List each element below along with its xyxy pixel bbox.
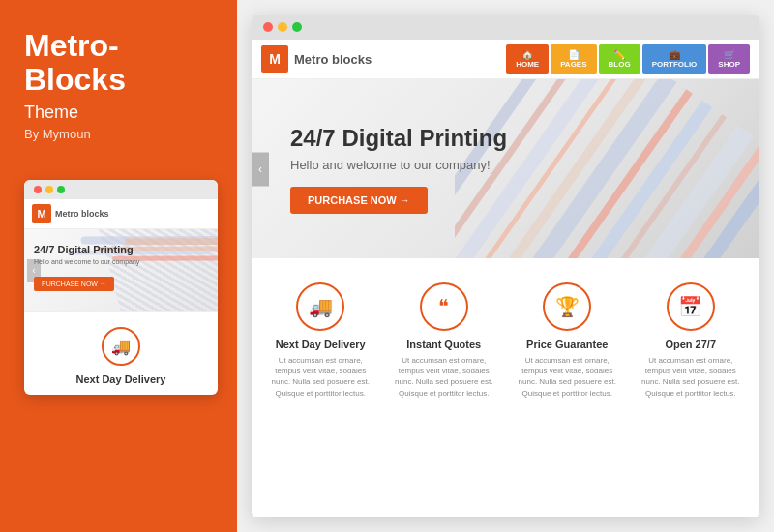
hero-prev-arrow[interactable]: ‹ (252, 152, 269, 186)
home-icon: 🏠 (516, 49, 539, 60)
nav-blog-label: BLOG (609, 60, 631, 69)
left-panel: Metro-Blocks Theme By Mymoun M Metro blo… (0, 0, 237, 532)
feature-instant-quotes: ❝ Instant Quotes Ut accumsan est ornare,… (385, 278, 504, 403)
hero-title: 24/7 Digital Printing (290, 125, 507, 152)
browser-nav-bar: M Metro blocks 🏠 HOME 📄 PAGES ✏️ BLOG 💼 (252, 40, 759, 79)
browser-hero: ‹ 24/7 Digital Printing Hello and welcom… (252, 79, 759, 258)
browser-dot-green (292, 22, 302, 32)
nav-shop[interactable]: 🛒 SHOP (708, 44, 750, 74)
blog-icon: ✏️ (609, 49, 631, 60)
feature-title-3: Open 27/7 (665, 339, 716, 350)
truck-icon: 🚚 (296, 282, 344, 331)
theme-title: Metro-Blocks (24, 29, 126, 97)
feature-title-0: Next Day Delivery (276, 339, 366, 350)
theme-subtitle: Theme (24, 103, 78, 123)
hero-cta-button[interactable]: PURCHASE NOW → (290, 187, 428, 214)
calendar-icon: 📅 (667, 282, 715, 331)
nav-pages-label: PAGES (560, 60, 586, 69)
browser-logo: M Metro blocks (261, 45, 372, 73)
mobile-logo: M Metro blocks (32, 204, 109, 223)
feature-price-guarantee: 🏆 Price Guarantee Ut accumsan est ornare… (508, 278, 627, 403)
feature-desc-2: Ut accumsan est ornare, tempus velit vit… (513, 355, 622, 399)
mobile-preview: M Metro blocks ‹ 24/7 Digital Printing H… (24, 180, 218, 395)
browser-chrome-header (252, 15, 759, 40)
feature-open: 📅 Open 27/7 Ut accumsan est ornare, temp… (632, 278, 751, 403)
mobile-feature-title: Next Day Delivery (76, 373, 166, 385)
feature-desc-0: Ut accumsan est ornare, tempus velit vit… (266, 355, 375, 399)
browser-dot-yellow (278, 22, 287, 32)
feature-desc-3: Ut accumsan est ornare, tempus velit vit… (637, 355, 746, 399)
mobile-nav: M Metro blocks (24, 199, 218, 229)
right-panel: M Metro blocks 🏠 HOME 📄 PAGES ✏️ BLOG 💼 (237, 0, 774, 532)
browser-nav-links: 🏠 HOME 📄 PAGES ✏️ BLOG 💼 PORTFOLIO 🛒 (506, 44, 750, 74)
trophy-icon: 🏆 (543, 282, 591, 331)
quote-icon: ❝ (420, 282, 468, 331)
mobile-feature: 🚚 Next Day Delivery (24, 311, 218, 395)
feature-desc-1: Ut accumsan est ornare, tempus velit vit… (390, 355, 499, 399)
browser-dot-red (263, 22, 273, 32)
browser-logo-icon: M (261, 45, 288, 73)
nav-portfolio-label: PORTFOLIO (652, 60, 698, 69)
feature-title-1: Instant Quotes (406, 339, 481, 350)
nav-portfolio[interactable]: 💼 PORTFOLIO (642, 44, 707, 74)
mobile-dot-red (34, 186, 42, 193)
mobile-hero: ‹ 24/7 Digital Printing Hello and welcom… (24, 229, 218, 311)
mobile-dot-yellow (45, 186, 53, 193)
pages-icon: 📄 (560, 49, 586, 60)
nav-shop-label: SHOP (718, 60, 740, 69)
portfolio-icon: 💼 (652, 49, 698, 60)
features-section: 🚚 Next Day Delivery Ut accumsan est orna… (252, 258, 759, 423)
nav-blog[interactable]: ✏️ BLOG (599, 44, 640, 74)
nav-home[interactable]: 🏠 HOME (506, 44, 549, 74)
mobile-logo-text: Metro blocks (55, 209, 109, 219)
mobile-hero-title: 24/7 Digital Printing (34, 244, 208, 255)
mobile-logo-icon: M (32, 204, 51, 223)
nav-home-label: HOME (516, 60, 539, 69)
browser-window: M Metro blocks 🏠 HOME 📄 PAGES ✏️ BLOG 💼 (252, 15, 759, 517)
mobile-hero-sub: Hello and welcome to our company (34, 258, 208, 265)
theme-author: By Mymoun (24, 127, 91, 141)
hero-content: 24/7 Digital Printing Hello and welcome … (252, 125, 536, 214)
mobile-browser-header (24, 180, 218, 199)
feature-title-2: Price Guarantee (526, 339, 608, 350)
hero-subtitle: Hello and welcome to our company! (290, 158, 507, 172)
mobile-dot-green (57, 186, 65, 193)
mobile-diagonal-bg (24, 229, 218, 311)
browser-logo-text: Metro blocks (294, 52, 372, 67)
mobile-truck-icon: 🚚 (102, 327, 140, 366)
nav-pages[interactable]: 📄 PAGES (551, 44, 596, 74)
mobile-cta-button[interactable]: PURCHASE NOW → (34, 277, 114, 291)
shop-icon: 🛒 (718, 49, 740, 60)
feature-next-day: 🚚 Next Day Delivery Ut accumsan est orna… (261, 278, 380, 403)
